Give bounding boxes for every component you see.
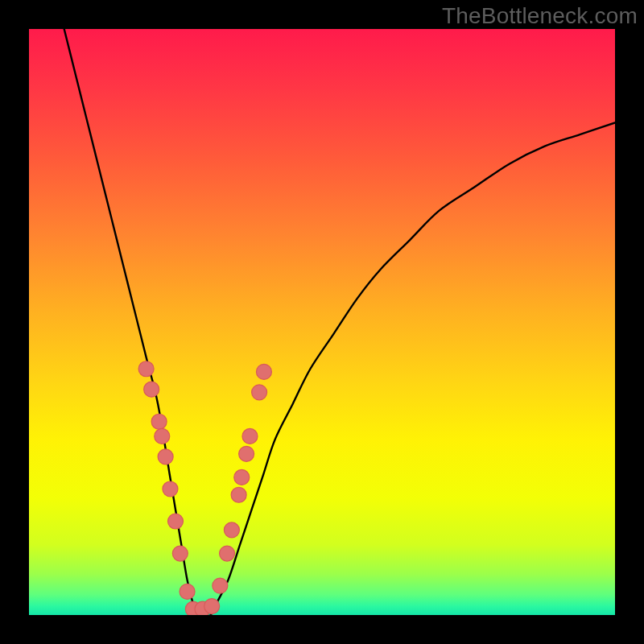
data-marker: [163, 481, 178, 497]
data-marker: [138, 361, 154, 377]
chart-svg: [29, 29, 615, 615]
plot-area: [29, 29, 615, 615]
data-marker: [155, 428, 170, 444]
data-marker: [172, 546, 188, 561]
marker-group: [138, 361, 271, 615]
data-marker: [158, 449, 173, 464]
data-marker: [239, 446, 254, 461]
data-marker: [242, 428, 258, 444]
data-marker: [204, 599, 220, 614]
data-marker: [213, 578, 228, 593]
bottleneck-curve: [64, 29, 615, 615]
data-marker: [168, 514, 184, 529]
data-marker: [231, 487, 246, 502]
data-marker: [234, 469, 250, 485]
data-marker: [144, 382, 159, 397]
data-marker: [220, 546, 235, 561]
data-marker: [180, 584, 195, 599]
data-marker: [256, 364, 271, 379]
watermark-text: TheBottleneck.com: [442, 3, 638, 29]
data-marker: [151, 414, 167, 429]
data-marker: [224, 522, 239, 538]
data-marker: [252, 385, 267, 400]
